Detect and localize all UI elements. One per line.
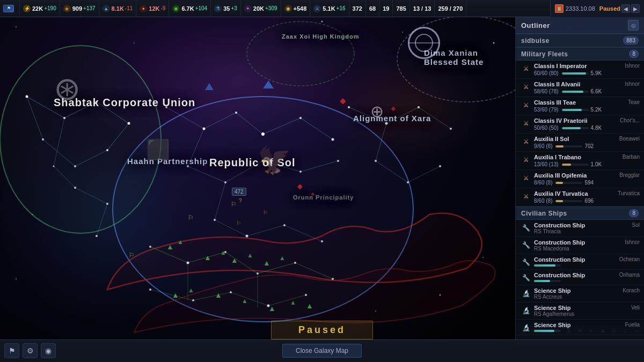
svg-point-128 [440, 294, 441, 296]
fleet-hp: 58/60 (78) [534, 88, 559, 94]
galaxy-map[interactable]: ▲ ▲ ▲ ▲ ▲ ▲ ▲ ▲ ▲ ▲ ▲ ▲ ▲ ▲ ▲ ⚐ ? ⚐ ⚐ ⚐ … [0, 0, 515, 362]
ship-name: Construction Ship [534, 239, 623, 246]
ship-info: Construction Ship [534, 256, 617, 267]
speed-slower[interactable]: ◀ [621, 4, 630, 13]
time-controls[interactable]: ⏸ 2333.10.08 Paused ◀ ▶ [550, 0, 644, 17]
science-ship-icon: 🔬 [521, 289, 531, 298]
pause-icon[interactable]: ⏸ [555, 4, 564, 13]
ship-location: Ocheran [619, 256, 640, 262]
dima-logo [408, 27, 440, 59]
ship-item-science3[interactable]: 🔬 Science Ship Fuelia [516, 320, 644, 335]
fleet-item-classis4[interactable]: ⚔ Classis IV Praetorii 50/60 (50) 4.8K C… [516, 115, 644, 134]
svg-point-124 [493, 42, 495, 44]
ship-item-science1[interactable]: 🔬 Science Ship RS Accreus Korach [516, 285, 644, 302]
outliner-title: Outliner [521, 21, 550, 29]
haahn-logo: ⬛ [146, 138, 170, 161]
empire-flag[interactable]: ⚑ [0, 0, 20, 17]
svg-point-76 [375, 160, 377, 162]
fleet-icon-military: ⚔ [521, 173, 531, 183]
fleet-item-auxilia2[interactable]: ⚔ Auxilia II Sol 9/60 (8) 702 Boeawei [516, 134, 644, 152]
svg-point-122 [402, 32, 403, 33]
ship-item-construction2[interactable]: 🔧 Construction Ship RS Macedonia Ishnor [516, 237, 644, 254]
ship-item-science2[interactable]: 🔬 Science Ship RS Agalhemerus Veli [516, 302, 644, 320]
svg-line-33 [376, 161, 408, 182]
ship-info: Construction Ship [534, 272, 617, 282]
resource-alloys[interactable]: ▲ 8.1K -11 [99, 0, 137, 17]
svg-point-127 [375, 311, 376, 312]
fleet-info: Auxilia IV Turvatica 8/60 (8) 696 [534, 190, 616, 204]
strength-val: 5.9K [591, 70, 602, 76]
star-value: 785 [396, 5, 406, 12]
resource-consumer-goods[interactable]: ● 12K -9 [136, 0, 169, 17]
svg-point-67 [337, 160, 339, 162]
fleet-item-auxilia3[interactable]: ⚔ Auxilia III Opifemia 8/60 (8) 594 Breg… [516, 170, 644, 188]
fleet-name: Auxilia I Trabano [534, 154, 620, 160]
fleet-item-classis3[interactable]: ⚔ Classis III Teae 53/60 (79) 5.2K Teae [516, 97, 644, 115]
fleet-icon-military: ⚔ [521, 155, 531, 165]
bl-icon-3[interactable]: ◉ [41, 343, 56, 358]
close-galaxy-map-button[interactable]: Close Galaxy Map [282, 344, 362, 358]
svg-line-39 [295, 263, 333, 279]
science-ship-icon: 🔬 [521, 306, 531, 315]
civilian-ships-label: Civilian Ships [521, 210, 567, 217]
bl-icon-2[interactable]: ⚙ [23, 343, 38, 358]
outliner-header: Outliner ◎ [516, 17, 644, 34]
resource-minerals[interactable]: ◆ 909 +137 [60, 0, 99, 17]
svg-point-69 [246, 235, 248, 238]
minerals-delta: +137 [83, 5, 96, 11]
resource-energy[interactable]: ⚡ 22K +190 [20, 0, 60, 17]
svg-line-43 [268, 295, 306, 306]
fleet-stats: 8/60 (8) 594 [534, 180, 617, 186]
ship-item-construction3[interactable]: 🔧 Construction Ship Ocheran [516, 254, 644, 270]
fleet-stats: 8/60 (8) 696 [534, 198, 616, 204]
civilian-ships-section[interactable]: Civilian Ships 8 [516, 206, 644, 220]
svg-text:▲: ▲ [231, 256, 238, 264]
sol-logo: 🦅 [258, 145, 291, 176]
fleet-hp: 8/60 (8) [534, 198, 552, 204]
armies-value: 68 [369, 5, 376, 12]
top-bar: ⚑ ⚡ 22K +190 ◆ 909 +137 ▲ 8.1K -11 ● 12K… [0, 0, 644, 17]
systems-value: 13 / 13 [413, 5, 431, 12]
flag-icon: ⚑ [3, 5, 14, 12]
ship-item-construction4[interactable]: 🔧 Construction Ship Orihama [516, 270, 644, 285]
military-fleets-section[interactable]: Military Fleets 8 [516, 47, 644, 61]
fleet-hp: 9/60 (8) [534, 143, 552, 149]
hidden-section[interactable]: sidbuise 883 [516, 34, 644, 47]
research-icon: ⚗ [214, 5, 222, 12]
fleet-strength: 1.0K [562, 161, 602, 167]
fleet-item-classis1[interactable]: ⚔ Classis I Imperator 60/60 (80) 5.9K Is… [516, 61, 644, 79]
resource-food[interactable]: ◉ 6.7K +104 [169, 0, 211, 17]
ship-item-construction1[interactable]: 🔧 Construction Ship RS Thracia Sol [516, 220, 644, 237]
speed-faster[interactable]: ▶ [631, 4, 640, 13]
resource-naval: 372 [349, 0, 366, 17]
fleet-stats: 50/60 (50) 4.8K [534, 125, 618, 131]
resource-research[interactable]: ⚗ 35 +3 [211, 0, 241, 17]
resource-influence[interactable]: ◉ +548 [281, 0, 311, 17]
fleet-name: Auxilia III Opifemia [534, 172, 617, 179]
outliner-toggle[interactable]: ◎ [628, 20, 639, 31]
paused-center-label: Paused [271, 321, 373, 339]
construction-ship-icon: 🔧 [521, 257, 531, 267]
fleet-location: Boeawei [619, 136, 640, 142]
strength-val: 696 [584, 198, 594, 204]
fleet-item-classis2[interactable]: ⚔ Classis II Alvanii 58/60 (78) 6.6K Ish… [516, 79, 644, 97]
resource-fleet-power[interactable]: ⚔ 5.1K +16 [310, 0, 349, 17]
svg-line-41 [193, 292, 231, 300]
fleet-item-auxilia1t[interactable]: ⚔ Auxilia I Trabano 13/60 (13) 1.0K Barb… [516, 152, 644, 170]
svg-line-34 [408, 166, 440, 182]
fleet-stats: 9/60 (8) 702 [534, 143, 617, 149]
ship-name: Construction Ship [534, 272, 617, 278]
fleet-location: Ishnor [625, 81, 640, 87]
svg-rect-114 [311, 193, 314, 196]
energy-icon: ⚡ [23, 5, 31, 12]
ship-sub: RS Accreus [534, 294, 620, 300]
resource-pops2: 259 / 270 [435, 0, 466, 17]
fleet-hp: 13/60 (13) [534, 161, 559, 167]
resource-armies: 68 [366, 0, 379, 17]
ship-info: Construction Ship RS Thracia [534, 222, 630, 234]
fleet-location: Teae [628, 99, 640, 105]
bl-icon-1[interactable]: ⚑ [4, 343, 19, 358]
fleet-item-auxilia4[interactable]: ⚔ Auxilia IV Turvatica 8/60 (8) 696 Turv… [516, 188, 644, 206]
research-delta: +3 [231, 5, 237, 11]
resource-unity[interactable]: ✦ 20K +309 [241, 0, 281, 17]
